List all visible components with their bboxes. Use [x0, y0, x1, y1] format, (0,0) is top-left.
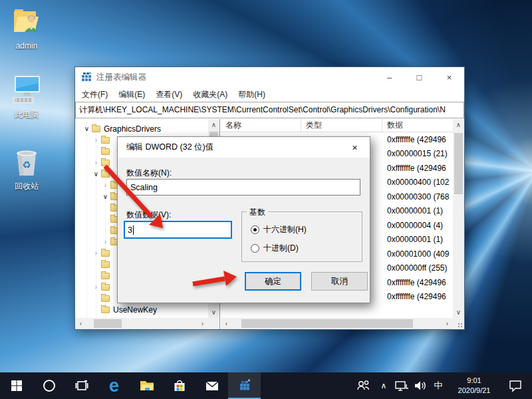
scroll-left-icon[interactable]: ‹ [221, 318, 232, 329]
folder-icon [101, 148, 110, 155]
scrollbar-corner [208, 318, 219, 329]
scrollbar-thumb[interactable] [454, 133, 463, 194]
search-button[interactable] [33, 372, 65, 399]
desktop-icon-this-pc[interactable]: 此电脑 [3, 74, 51, 120]
value-data-cell: 0x00000001 (1) [387, 235, 453, 244]
people-button[interactable] [351, 372, 375, 399]
tree-item-graphicsdrivers[interactable]: ∨GraphicsDrivers [75, 123, 208, 134]
decimal-radio-label: 十进制(D) [263, 243, 299, 254]
tree-item-label: UseNewKey [113, 305, 157, 315]
list-vertical-scrollbar[interactable]: ∧ ∨ [453, 119, 464, 318]
value-data-cell: 0x000000ff (255) [387, 263, 453, 273]
menu-favorites[interactable]: 收藏夹(A) [188, 89, 233, 100]
window-controls: – □ × [374, 67, 464, 87]
dialog-title: 编辑 DWORD (32 位)值 [126, 142, 213, 153]
text-caret [133, 225, 134, 235]
scroll-right-icon[interactable]: › [442, 318, 453, 329]
maximize-button[interactable]: □ [404, 67, 434, 87]
folder-icon [101, 171, 110, 178]
value-name-text: Scaling [130, 183, 158, 192]
folder-icon [101, 137, 110, 144]
expand-icon[interactable]: › [92, 157, 100, 168]
hexadecimal-radio-label: 十六进制(H) [263, 224, 307, 235]
minimize-button[interactable]: – [374, 67, 404, 87]
column-header-data[interactable]: 数据 [382, 119, 453, 132]
desktop-icon-admin[interactable]: admin [3, 7, 51, 51]
dialog-titlebar[interactable]: 编辑 DWORD (32 位)值 [118, 137, 370, 158]
mail-button[interactable] [196, 372, 228, 399]
decimal-radio[interactable] [251, 244, 259, 253]
desktop-icon-recycle-bin[interactable]: ♻ 回收站 [3, 146, 51, 192]
expand-icon[interactable]: › [102, 180, 109, 191]
desktop-icon-label: 此电脑 [3, 109, 51, 120]
action-center-icon [508, 379, 523, 392]
menu-edit[interactable]: 编辑(E) [113, 89, 150, 100]
network-button[interactable] [392, 372, 411, 399]
scrollbar-thumb[interactable] [241, 319, 413, 328]
scroll-down-icon[interactable]: ∨ [453, 307, 464, 318]
value-data-cell: 0x00000015 (21) [387, 149, 453, 158]
expand-icon[interactable]: › [92, 134, 100, 146]
scrollbar-thumb[interactable] [94, 319, 122, 328]
base-group-box [241, 211, 362, 262]
this-pc-icon [10, 74, 43, 105]
file-explorer-button[interactable] [130, 372, 163, 399]
value-name-field[interactable]: Scaling [126, 179, 360, 196]
scroll-right-icon[interactable]: › [197, 318, 208, 329]
hexadecimal-radio-row[interactable]: 十六进制(H) [251, 224, 307, 235]
desktop-icon-label: admin [3, 41, 51, 51]
cancel-button[interactable]: 取消 [311, 272, 368, 291]
mail-icon [204, 378, 220, 394]
dialog-close-icon[interactable]: × [340, 137, 370, 158]
column-header-type[interactable]: 类型 [301, 119, 382, 132]
tree-item-usenewkey[interactable]: UseNewKey [75, 304, 208, 315]
scrollbar-corner [453, 318, 464, 329]
value-name-label: 数值名称(N): [126, 168, 172, 179]
scroll-up-icon[interactable]: ∧ [208, 119, 219, 130]
address-bar[interactable]: 计算机\HKEY_LOCAL_MACHINE\SYSTEM\CurrentCon… [75, 102, 464, 118]
resize-grip[interactable] [458, 323, 463, 328]
scroll-left-icon[interactable]: ‹ [75, 318, 86, 329]
ok-button[interactable]: 确定 [245, 272, 301, 291]
value-data-cell: 0xfffffffe (429496 [387, 164, 453, 173]
regedit-titlebar[interactable]: 注册表编辑器 – □ × [75, 67, 464, 87]
value-data-label: 数值数据(V): [126, 209, 171, 221]
taskbar-clock[interactable]: 9:01 2020/9/21 [452, 376, 496, 396]
edge-button[interactable]: e [98, 372, 130, 399]
hidden-icons-button[interactable]: ∧ [375, 372, 392, 399]
expand-icon[interactable]: › [92, 281, 100, 293]
start-button[interactable] [0, 372, 33, 399]
column-header-name[interactable]: 名称 [221, 119, 301, 132]
chevron-up-icon: ∧ [381, 381, 387, 390]
collapse-icon[interactable]: ∨ [102, 191, 109, 202]
network-icon [394, 379, 409, 392]
column-headers: 名称 类型 数据 [221, 119, 453, 132]
menu-view[interactable]: 查看(V) [150, 89, 188, 100]
expand-icon[interactable]: › [92, 247, 100, 259]
task-view-button[interactable] [65, 372, 98, 399]
expand-icon[interactable]: › [102, 236, 109, 247]
folder-icon [101, 250, 110, 257]
menu-file[interactable]: 文件(F) [76, 89, 113, 100]
ime-indicator[interactable]: 中 [430, 372, 447, 399]
tree-horizontal-scrollbar[interactable]: ‹ › [75, 318, 208, 329]
value-data-field[interactable]: 3 [124, 221, 232, 239]
taskbar-regedit-button[interactable] [228, 372, 261, 399]
task-view-icon [74, 378, 89, 393]
value-data-cell: 0x00000001 (1) [387, 206, 453, 215]
regedit-cube-icon [237, 378, 253, 394]
action-center-button[interactable] [501, 372, 529, 399]
collapse-icon[interactable]: ∨ [92, 168, 100, 180]
collapse-icon[interactable]: ∨ [83, 123, 90, 134]
svg-text:♻: ♻ [22, 159, 31, 170]
volume-button[interactable] [411, 372, 430, 399]
decimal-radio-row[interactable]: 十进制(D) [251, 243, 299, 254]
list-horizontal-scrollbar[interactable]: ‹ › [221, 318, 453, 329]
scroll-up-icon[interactable]: ∧ [453, 119, 464, 130]
hexadecimal-radio[interactable] [251, 225, 259, 234]
menu-bar: 文件(F) 编辑(E) 查看(V) 收藏夹(A) 帮助(H) [75, 87, 464, 102]
close-button[interactable]: × [434, 67, 464, 87]
menu-help[interactable]: 帮助(H) [233, 89, 271, 100]
scroll-down-icon[interactable]: ∨ [208, 307, 219, 318]
store-button[interactable] [163, 372, 196, 399]
